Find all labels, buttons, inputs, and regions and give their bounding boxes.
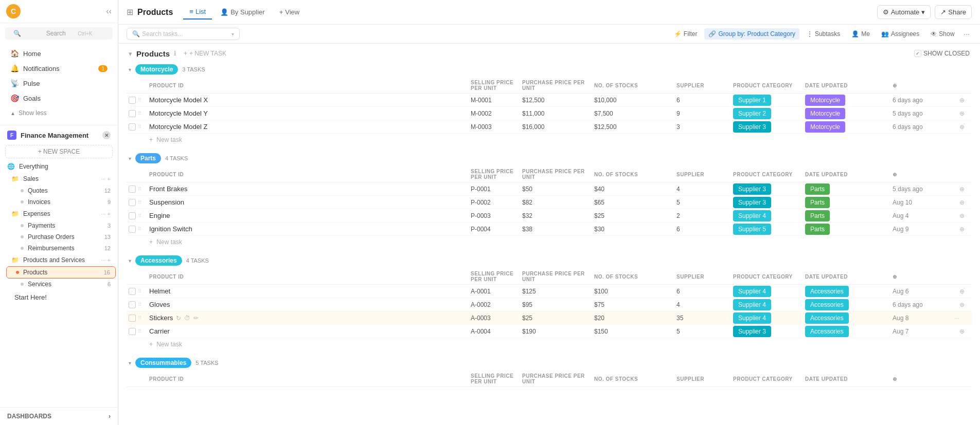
task-check[interactable]: ⠿ [129, 315, 149, 322]
supplier-badge[interactable]: Supplier 4 [733, 299, 771, 310]
app-logo[interactable]: C [6, 4, 21, 19]
supplier-badge[interactable]: Supplier 1 [733, 95, 771, 106]
table-row[interactable]: ⠿ Carrier A-0004 $190 $150 5 Supplier 3 … [127, 325, 972, 338]
checkbox[interactable] [129, 186, 136, 193]
finance-management-section[interactable]: F Finance Management ✕ [0, 127, 118, 143]
table-row[interactable]: ⠿ Front Brakes P-0001 $50 $40 4 Supplier… [127, 182, 972, 196]
group-label-motorcycle[interactable]: Motorcycle [135, 64, 178, 75]
new-task-row-accessories[interactable]: + New task [127, 338, 972, 350]
me-button[interactable]: 👤 Me [847, 28, 874, 40]
group-by-button[interactable]: 🔗 Group by: Product Category [704, 28, 799, 40]
category-badge[interactable]: Parts [805, 224, 830, 235]
category-badge[interactable]: Accessories [805, 312, 849, 324]
table-row[interactable]: ⠿ Stickers ↻ ⏱ ✏ A-0003 $25 $20 35 Suppl… [127, 311, 972, 325]
supplier-badge[interactable]: Supplier 4 [733, 312, 771, 324]
sidebar-item-products[interactable]: Products 16 [6, 266, 116, 279]
row-settings-icon[interactable]: ⊕ [954, 226, 970, 233]
group-toggle-motorcycle[interactable]: ▾ [129, 67, 131, 72]
refresh-icon[interactable]: ↻ [176, 315, 181, 322]
sidebar-group-products-services[interactable]: 📁 Products and Services ··· + [4, 254, 118, 266]
row-actions[interactable]: ··· [954, 315, 970, 322]
subtasks-button[interactable]: ⋮ Subtasks [803, 28, 844, 40]
category-badge[interactable]: Accessories [805, 326, 849, 337]
checkbox[interactable] [129, 226, 136, 233]
tab-view[interactable]: + View [273, 5, 306, 19]
task-name[interactable]: Ignition Switch [149, 225, 471, 233]
task-check[interactable]: ⠿ [129, 110, 149, 117]
group-toggle-accessories[interactable]: ▾ [129, 258, 131, 264]
timer-icon[interactable]: ⏱ [184, 315, 190, 322]
sidebar-collapse-button[interactable]: ‹‹ [106, 7, 112, 16]
task-name[interactable]: Gloves [149, 301, 471, 308]
task-search-box[interactable]: 🔍 ▾ [127, 28, 240, 40]
supplier-badge[interactable]: Supplier 4 [733, 286, 771, 297]
sales-actions[interactable]: ··· + [101, 176, 111, 182]
checkbox[interactable] [129, 110, 136, 117]
edit-icon[interactable]: ✏ [193, 315, 199, 322]
row-settings-icon[interactable]: ⊕ [954, 328, 970, 335]
checkbox[interactable] [129, 288, 136, 295]
category-badge[interactable]: Accessories [805, 299, 849, 310]
category-badge[interactable]: Motorcycle [805, 95, 845, 106]
task-check[interactable]: ⠿ [129, 123, 149, 131]
sidebar-item-payments[interactable]: Payments 3 [4, 220, 118, 231]
sidebar-group-sales[interactable]: 📁 Sales ··· + [4, 173, 118, 185]
group-label-consumables[interactable]: Consummables [135, 358, 191, 368]
group-label-parts[interactable]: Parts [135, 153, 161, 163]
row-settings-icon[interactable]: ⊕ [954, 199, 970, 206]
supplier-badge[interactable]: Supplier 3 [733, 183, 771, 195]
supplier-badge[interactable]: Supplier 5 [733, 224, 771, 235]
sidebar-item-notifications[interactable]: 🔔 Notifications 1 [3, 61, 115, 76]
supplier-badge[interactable]: Supplier 2 [733, 108, 771, 119]
task-name[interactable]: Helmet [149, 287, 471, 295]
checkbox[interactable] [129, 328, 136, 335]
sidebar-item-start-here[interactable]: Start Here! [7, 290, 115, 304]
task-check[interactable]: ⠿ [129, 199, 149, 206]
show-button[interactable]: 👁 Show [926, 28, 958, 40]
sidebar-group-expenses[interactable]: 📁 Expenses ··· + [4, 208, 118, 220]
sidebar-item-services[interactable]: Services 6 [4, 279, 118, 290]
table-row[interactable]: ⠿ Suspension P-0002 $82 $65 5 Supplier 3… [127, 196, 972, 209]
table-row[interactable]: ⠿ Engine P-0003 $32 $25 2 Supplier 4 Par… [127, 209, 972, 223]
table-row[interactable]: ⠿ Ignition Switch P-0004 $38 $30 6 Suppl… [127, 223, 972, 236]
tab-list[interactable]: ≡ List [183, 5, 212, 20]
finance-close-button[interactable]: ✕ [102, 131, 111, 139]
table-row[interactable]: ⠿ Gloves A-0002 $95 $75 4 Supplier 4 Acc… [127, 298, 972, 311]
row-settings-icon[interactable]: ⊕ [954, 110, 970, 117]
group-label-accessories[interactable]: Accessories [135, 255, 182, 266]
more-options-button[interactable]: ··· [961, 28, 972, 40]
supplier-badge[interactable]: Supplier 3 [733, 326, 771, 337]
products-services-actions[interactable]: ··· + [101, 257, 111, 263]
category-badge[interactable]: Accessories [805, 286, 849, 297]
sidebar-search[interactable]: 🔍 Search Ctrl+K [5, 27, 113, 40]
show-closed-button[interactable]: ✓ SHOW CLOSED [914, 50, 970, 57]
sidebar-item-goals[interactable]: 🎯 Goals [3, 91, 115, 105]
expenses-actions[interactable]: ··· + [101, 211, 111, 217]
tab-by-supplier[interactable]: 👤 By Supplier [214, 5, 271, 19]
table-row[interactable]: ⠿ Motorcycle Model Z M-0003 $16,000 $12,… [127, 120, 972, 134]
task-check[interactable]: ⠿ [129, 226, 149, 233]
category-badge[interactable]: Parts [805, 210, 830, 221]
row-settings-icon[interactable]: ⊕ [954, 97, 970, 104]
checkbox[interactable] [129, 212, 136, 219]
table-row[interactable]: ⠿ Motorcycle Model X M-0001 $12,500 $10,… [127, 94, 972, 107]
filter-button[interactable]: ⚡ Filter [670, 28, 702, 40]
row-settings-icon[interactable]: ⊕ [954, 123, 970, 131]
task-check[interactable]: ⠿ [129, 328, 149, 335]
collapse-icon[interactable]: ▾ [129, 50, 132, 58]
checkbox[interactable] [129, 123, 136, 131]
sidebar-item-quotes[interactable]: Quotes 12 [4, 185, 118, 196]
checkbox[interactable] [129, 97, 136, 104]
search-input[interactable] [142, 30, 229, 38]
sidebar-item-everything[interactable]: 🌐 Everything [0, 160, 118, 173]
task-name[interactable]: Front Brakes [149, 185, 471, 193]
share-button[interactable]: ↗ Share [935, 5, 972, 19]
checkbox[interactable] [129, 199, 136, 206]
task-name[interactable]: Motorcycle Model Y [149, 109, 471, 117]
row-settings-icon[interactable]: ⊕ [954, 186, 970, 193]
task-name[interactable]: Stickers ↻ ⏱ ✏ [149, 314, 471, 322]
new-task-button[interactable]: + + NEW TASK [181, 49, 229, 58]
task-check[interactable]: ⠿ [129, 186, 149, 193]
checkbox[interactable] [129, 315, 136, 322]
new-task-row-motorcycle[interactable]: + New task [127, 134, 972, 146]
